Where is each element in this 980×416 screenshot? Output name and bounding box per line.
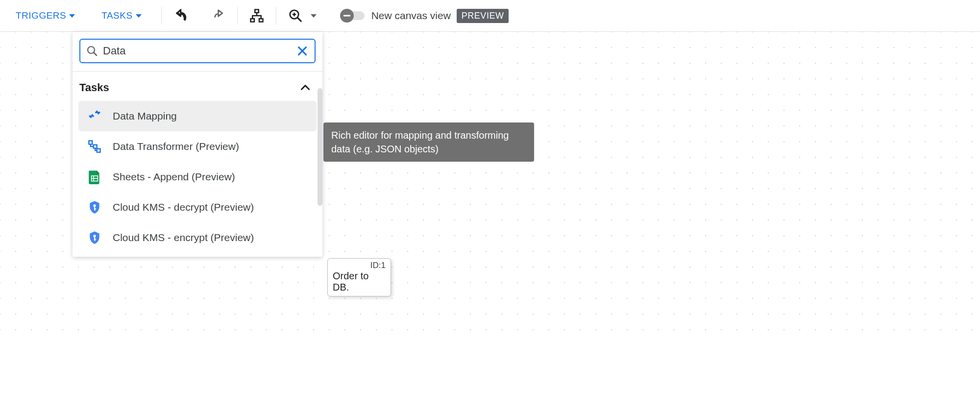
triggers-dropdown[interactable]: TRIGGERS (10, 6, 81, 25)
toggle-thumb (340, 9, 354, 23)
redo-button[interactable] (206, 3, 230, 28)
minus-icon (340, 9, 354, 23)
svg-rect-25 (94, 240, 96, 241)
svg-rect-19 (94, 206, 95, 210)
svg-rect-1 (250, 19, 254, 22)
task-label: Data Transformer (Preview) (113, 141, 239, 152)
toolbar: TRIGGERS TASKS (0, 0, 980, 32)
svg-rect-2 (259, 19, 263, 22)
task-item-data-mapping[interactable]: Data Mapping (78, 101, 317, 131)
svg-line-9 (94, 53, 97, 56)
task-item-data-transformer[interactable]: Data Transformer (Preview) (78, 131, 317, 162)
sheets-icon (87, 170, 102, 184)
section-header[interactable]: Tasks (73, 72, 322, 101)
svg-rect-21 (94, 210, 96, 211)
chevron-down-icon (69, 14, 75, 18)
canvas-view-toggle-group: New canvas view PREVIEW (340, 9, 509, 23)
kms-icon (87, 200, 102, 215)
hierarchy-icon (249, 8, 264, 23)
tasks-dropdown[interactable]: TASKS (96, 6, 147, 25)
divider (237, 7, 238, 24)
canvas-node[interactable]: ID:1 Order to DB. (327, 258, 391, 296)
svg-rect-12 (89, 141, 92, 144)
tooltip: Rich editor for mapping and transforming… (323, 122, 534, 162)
chevron-down-icon[interactable] (311, 14, 317, 18)
undo-icon (173, 8, 188, 23)
undo-button[interactable] (169, 3, 193, 28)
chevron-down-icon (136, 14, 142, 18)
preview-badge: PREVIEW (457, 9, 509, 23)
svg-rect-20 (94, 208, 96, 209)
redo-icon (211, 8, 225, 23)
layout-button[interactable] (245, 3, 269, 28)
search-box (79, 39, 316, 63)
tasks-label: TASKS (101, 10, 132, 21)
task-label: Cloud KMS - decrypt (Preview) (113, 201, 254, 213)
node-label: Order to DB. (333, 270, 386, 293)
svg-rect-13 (94, 145, 97, 148)
triggers-label: TRIGGERS (16, 10, 66, 21)
task-item-kms-decrypt[interactable]: Cloud KMS - decrypt (Preview) (78, 192, 317, 222)
svg-rect-24 (94, 239, 96, 240)
task-list: Data Mapping Data Transformer (Preview) (73, 101, 322, 257)
task-item-sheets-append[interactable]: Sheets - Append (Preview) (78, 162, 317, 192)
divider (276, 7, 276, 24)
svg-rect-14 (97, 149, 100, 152)
canvas-view-toggle[interactable] (340, 9, 366, 23)
zoom-button[interactable] (283, 3, 308, 28)
zoom-group (283, 3, 317, 28)
chevron-up-icon (299, 81, 312, 94)
svg-rect-0 (255, 10, 259, 13)
divider (161, 7, 162, 24)
canvas[interactable]: Tasks Data Mapping (0, 32, 980, 333)
data-mapping-icon (87, 109, 102, 123)
scrollbar[interactable] (318, 88, 322, 206)
svg-line-4 (297, 18, 301, 21)
canvas-view-label: New canvas view (371, 10, 451, 22)
task-label: Data Mapping (113, 110, 177, 122)
zoom-in-icon (288, 8, 303, 23)
svg-rect-23 (94, 237, 95, 241)
task-item-kms-encrypt[interactable]: Cloud KMS - encrypt (Preview) (78, 222, 317, 253)
search-input[interactable] (103, 45, 291, 57)
section-title: Tasks (79, 81, 109, 94)
task-label: Sheets - Append (Preview) (113, 171, 235, 183)
close-icon[interactable] (296, 45, 309, 57)
task-label: Cloud KMS - encrypt (Preview) (113, 232, 254, 244)
kms-icon (87, 230, 102, 245)
tasks-dropdown-panel: Tasks Data Mapping (73, 32, 322, 257)
node-id: ID:1 (333, 261, 386, 270)
data-transformer-icon (87, 139, 102, 154)
search-icon (86, 45, 98, 57)
